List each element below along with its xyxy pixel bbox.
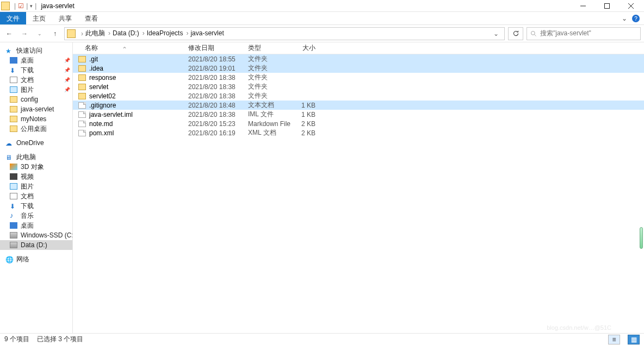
sidebar-item[interactable]: 文档📌: [0, 75, 72, 85]
sidebar-item-label: 下载: [21, 66, 34, 75]
sidebar-item[interactable]: java-servlet: [0, 104, 72, 114]
titlebar: | ☑ | ▾ | java-servlet: [0, 0, 644, 12]
table-row[interactable]: .idea2021/8/20 19:01文件夹: [73, 64, 644, 73]
file-type: 文件夹: [242, 82, 290, 91]
table-row[interactable]: response2021/8/20 18:38文件夹: [73, 73, 644, 82]
file-type: 文件夹: [242, 91, 290, 101]
app-folder-icon: [1, 2, 10, 10]
file-date: 2021/8/20 16:19: [182, 129, 242, 137]
pin-icon: 📌: [64, 58, 70, 63]
sidebar-item[interactable]: 3D 对象: [0, 162, 72, 172]
ribbon-tab-view[interactable]: 查看: [78, 12, 104, 24]
scrollbar-thumb[interactable]: [640, 227, 643, 249]
sidebar-item[interactable]: 桌面📌: [0, 55, 72, 65]
sidebar-item[interactable]: 桌面: [0, 221, 72, 230]
table-row[interactable]: pom.xml2021/8/20 16:19XML 文档2 KB: [73, 128, 644, 137]
sidebar-item-label: Data (D:): [21, 241, 47, 249]
sidebar-thispc[interactable]: 🖥 此电脑: [0, 152, 72, 162]
help-icon[interactable]: ?: [632, 15, 640, 22]
file-type: IML 文件: [242, 110, 290, 119]
file-icon: [78, 121, 86, 127]
ribbon-tab-share[interactable]: 共享: [52, 12, 78, 24]
ribbon-tab-file[interactable]: 文件: [0, 12, 26, 24]
file-date: 2021/8/20 18:55: [182, 55, 242, 63]
file-date: 2021/8/20 18:38: [182, 111, 242, 118]
quick-access-check-icon[interactable]: ☑: [18, 2, 24, 10]
maximize-button[interactable]: [595, 0, 619, 12]
sidebar-label: 快速访问: [16, 46, 42, 55]
sidebar-item[interactable]: ⬇下载: [0, 201, 72, 211]
sidebar-item-label: 3D 对象: [21, 162, 44, 172]
folder-icon: [78, 56, 86, 62]
table-row[interactable]: .git2021/8/20 18:55文件夹: [73, 54, 644, 64]
address-dropdown-icon[interactable]: ⌄: [490, 30, 502, 37]
sidebar-item[interactable]: Windows-SSD (C:): [0, 230, 72, 240]
breadcrumb-item[interactable]: IdeaProjects: [147, 29, 183, 37]
sidebar-item[interactable]: ⬇下载📌: [0, 65, 72, 75]
titlebar-sep2: |: [26, 2, 28, 10]
file-type: 文件夹: [242, 64, 290, 73]
search-icon: [530, 30, 537, 37]
close-button[interactable]: [619, 0, 643, 12]
table-row[interactable]: .gitignore2021/8/20 18:48文本文档1 KB: [73, 101, 644, 110]
sidebar-label: 此电脑: [16, 153, 36, 162]
view-details-button[interactable]: ≡: [608, 335, 620, 344]
ribbon-collapse-icon[interactable]: ⌄: [617, 12, 632, 24]
col-size[interactable]: 大小: [290, 43, 321, 53]
sidebar-quick-access[interactable]: ★ 快速访问: [0, 46, 72, 55]
up-button[interactable]: ↑: [49, 28, 61, 40]
back-button[interactable]: ←: [3, 28, 15, 40]
folder-icon: [10, 116, 17, 122]
sidebar-item[interactable]: myNotes: [0, 114, 72, 124]
breadcrumb-item[interactable]: java-servlet: [190, 29, 224, 37]
drive-icon: [10, 242, 17, 248]
sidebar-item[interactable]: 文档: [0, 191, 72, 201]
qat-dropdown-icon[interactable]: ▾: [30, 3, 33, 9]
sidebar-item[interactable]: ♪音乐: [0, 211, 72, 221]
sidebar-item[interactable]: 公用桌面: [0, 124, 72, 134]
recent-locations-button[interactable]: ⌄: [34, 28, 46, 40]
file-icon: [78, 111, 86, 118]
drive-icon: [10, 232, 17, 239]
sidebar-item-label: config: [21, 96, 38, 103]
minimize-button[interactable]: [571, 0, 595, 12]
sidebar-item-label: 桌面: [21, 56, 34, 65]
col-name[interactable]: 名称⌃: [73, 43, 182, 53]
file-date: 2021/8/20 18:38: [182, 74, 242, 81]
sidebar-item[interactable]: config: [0, 95, 72, 104]
threed-icon: [10, 164, 17, 170]
sidebar-item-label: 音乐: [21, 211, 34, 221]
file-name: response: [89, 74, 116, 81]
sidebar-item-label: 公用桌面: [21, 124, 47, 134]
col-type[interactable]: 类型: [242, 43, 290, 53]
refresh-button[interactable]: [508, 27, 523, 40]
file-size: 2 KB: [290, 129, 321, 137]
ribbon-tab-home[interactable]: 主页: [26, 12, 52, 24]
table-row[interactable]: java-servlet.iml2021/8/20 18:38IML 文件1 K…: [73, 110, 644, 119]
sidebar-item[interactable]: 图片📌: [0, 85, 72, 95]
file-type: 文件夹: [242, 73, 290, 82]
pin-icon: 📌: [64, 67, 70, 73]
doc-icon: [10, 77, 17, 83]
table-row[interactable]: note.md2021/8/20 15:23Markdown File2 KB: [73, 119, 644, 128]
col-date[interactable]: 修改日期: [182, 43, 242, 53]
sidebar-item[interactable]: 图片: [0, 181, 72, 191]
search-input[interactable]: 搜索"java-servlet": [527, 27, 641, 40]
breadcrumb-item[interactable]: Data (D:): [113, 29, 139, 37]
file-list: 名称⌃ 修改日期 类型 大小 .git2021/8/20 18:55文件夹.id…: [73, 42, 644, 333]
doc-icon: [10, 193, 17, 199]
svg-line-5: [535, 34, 536, 36]
address-bar[interactable]: › 此电脑›Data (D:)›IdeaProjects›java-servle…: [64, 27, 505, 40]
file-name: servlet: [89, 83, 108, 91]
breadcrumb-item[interactable]: 此电脑: [85, 29, 105, 37]
view-icons-button[interactable]: ▦: [628, 335, 640, 344]
sidebar-item[interactable]: Data (D:): [0, 240, 72, 250]
table-row[interactable]: servlet022021/8/20 18:38文件夹: [73, 91, 644, 101]
sidebar-network[interactable]: 🌐 网络: [0, 254, 72, 264]
sidebar-item[interactable]: 视频: [0, 172, 72, 181]
folder-icon: [10, 96, 17, 103]
star-icon: ★: [5, 47, 13, 54]
forward-button[interactable]: →: [18, 28, 30, 40]
sidebar-onedrive[interactable]: ☁ OneDrive: [0, 138, 72, 148]
table-row[interactable]: servlet2021/8/20 18:38文件夹: [73, 82, 644, 91]
